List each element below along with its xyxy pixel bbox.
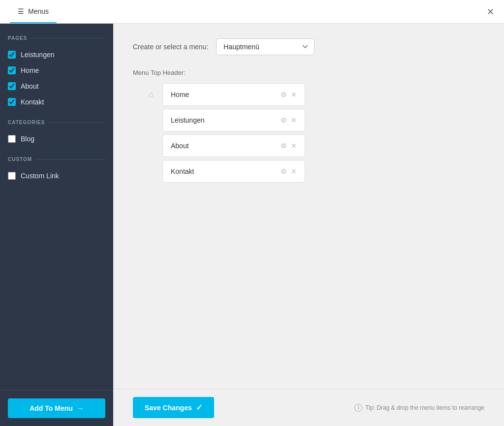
menu-item-card-leistungen: Leistungen ⚙ ✕: [162, 109, 305, 131]
menus-tab[interactable]: ☰ Menus: [10, 0, 57, 23]
custom-section-label: CUSTOM: [8, 157, 105, 162]
home-remove-button[interactable]: ✕: [291, 91, 297, 98]
create-select-row: Create or select a menu: Hauptmenü Foote…: [133, 38, 484, 55]
about-remove-button[interactable]: ✕: [291, 142, 297, 150]
menu-item-card-about: About ⚙ ✕: [162, 134, 305, 157]
create-select-label: Create or select a menu:: [133, 43, 208, 51]
menu-lines-icon: ☰: [18, 7, 24, 15]
menus-tab-label: Menus: [28, 7, 49, 15]
menu-item-card-home: Home ⚙ ✕: [162, 83, 305, 106]
about-settings-button[interactable]: ⚙: [281, 142, 287, 150]
tip-info-icon: i: [354, 404, 362, 412]
add-to-menu-label: Add To Menu: [30, 404, 73, 412]
sidebar-item-home[interactable]: Home: [8, 63, 105, 78]
kontakt-settings-button[interactable]: ⚙: [281, 167, 287, 175]
menu-top-header-label: Menu Top Header:: [133, 69, 484, 76]
sidebar-item-about[interactable]: About: [8, 78, 105, 94]
add-to-menu-button[interactable]: Add To Menu →: [8, 398, 105, 418]
home-settings-button[interactable]: ⚙: [281, 91, 287, 98]
categories-section: CATEGORIES Blog: [8, 120, 105, 147]
menu-item-card-kontakt: Kontakt ⚙ ✕: [162, 160, 305, 183]
leistungen-label: Leistungen: [21, 51, 55, 59]
home-label: Home: [21, 66, 39, 74]
kontakt-checkbox[interactable]: [8, 98, 16, 106]
menu-item-actions-leistungen: ⚙ ✕: [281, 116, 297, 124]
header: ☰ Menus ✕: [0, 0, 504, 24]
drag-handle-home[interactable]: ⌂: [149, 90, 158, 99]
content-footer: Save Changes ✓ i Tip: Drag & drop the me…: [113, 389, 504, 426]
kontakt-label: Kontakt: [21, 98, 44, 106]
about-label: About: [21, 82, 39, 90]
home-checkbox[interactable]: [8, 66, 16, 74]
menu-select[interactable]: Hauptmenü Footer Menu Top Menu: [216, 38, 315, 55]
pages-section-label: PAGES: [8, 35, 105, 41]
menu-item-name-home: Home: [171, 91, 189, 98]
tip-area: i Tip: Drag & drop the menu items to rea…: [354, 404, 484, 412]
kontakt-remove-button[interactable]: ✕: [291, 167, 297, 175]
tip-message: Tip: Drag & drop the menu items to rearr…: [365, 404, 484, 411]
save-changes-label: Save Changes: [145, 404, 192, 412]
menu-item-row-about: ⌂ About ⚙ ✕: [149, 134, 484, 157]
menu-item-name-about: About: [171, 142, 189, 150]
pages-section: PAGES Leistungen Home About: [8, 35, 105, 110]
custom-link-label: Custom Link: [21, 172, 59, 180]
leistungen-checkbox[interactable]: [8, 51, 16, 59]
about-checkbox[interactable]: [8, 82, 16, 90]
menu-item-name-leistungen: Leistungen: [171, 116, 205, 124]
menu-item-actions-kontakt: ⚙ ✕: [281, 167, 297, 175]
sidebar-item-kontakt[interactable]: Kontakt: [8, 94, 105, 110]
menu-item-row-leistungen: ⌂ Leistungen ⚙ ✕: [149, 109, 484, 131]
sidebar-footer: Add To Menu →: [0, 390, 113, 426]
main-area: PAGES Leistungen Home About: [0, 24, 504, 426]
blog-label: Blog: [21, 135, 34, 143]
custom-section: CUSTOM Custom Link: [8, 157, 105, 184]
categories-section-label: CATEGORIES: [8, 120, 105, 125]
leistungen-settings-button[interactable]: ⚙: [281, 116, 287, 124]
save-changes-button[interactable]: Save Changes ✓: [133, 397, 214, 418]
menu-item-row-kontakt: ⌂ Kontakt ⚙ ✕: [149, 160, 484, 183]
menu-item-row-home: ⌂ Home ⚙ ✕: [149, 83, 484, 106]
app-container: ☰ Menus ✕ PAGES Leistungen Home: [0, 0, 504, 426]
close-button[interactable]: ✕: [487, 6, 494, 17]
custom-link-checkbox[interactable]: [8, 172, 16, 180]
sidebar: PAGES Leistungen Home About: [0, 24, 113, 426]
content-area: Create or select a menu: Hauptmenü Foote…: [113, 24, 504, 426]
menu-item-name-kontakt: Kontakt: [171, 167, 194, 175]
add-to-menu-arrow: →: [77, 404, 84, 412]
sidebar-content: PAGES Leistungen Home About: [0, 24, 113, 390]
sidebar-item-blog[interactable]: Blog: [8, 131, 105, 147]
blog-checkbox[interactable]: [8, 135, 16, 143]
menu-item-actions-home: ⚙ ✕: [281, 91, 297, 98]
save-checkmark-icon: ✓: [196, 403, 202, 412]
sidebar-item-custom-link[interactable]: Custom Link: [8, 168, 105, 184]
menu-items-list: ⌂ Home ⚙ ✕ ⌂ Leistungen: [149, 83, 484, 183]
menu-item-actions-about: ⚙ ✕: [281, 142, 297, 150]
content-body: Create or select a menu: Hauptmenü Foote…: [113, 24, 504, 389]
sidebar-item-leistungen[interactable]: Leistungen: [8, 47, 105, 63]
leistungen-remove-button[interactable]: ✕: [291, 116, 297, 124]
